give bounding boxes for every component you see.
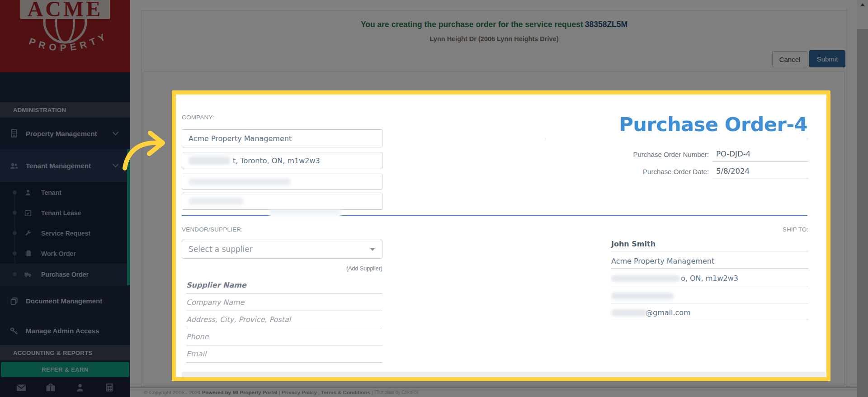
footer-separator: |: [277, 390, 281, 395]
sidebar-item-label: Document Management: [26, 297, 102, 305]
ship-to-address-field[interactable]: o, ON, m1w2w3: [611, 271, 808, 286]
redacted-company-email: [189, 178, 291, 185]
mail-icon[interactable]: [16, 383, 26, 392]
select-caret-icon: [370, 248, 375, 251]
timeline-dot: [13, 231, 17, 235]
tenant-management-submenu: Tenant Tenant Lease Service Request: [0, 182, 127, 285]
section-header-accounting-reports: ACCOUNTING & REPORTS: [0, 345, 130, 360]
field-placeholder: Address, City, Provice, Postal: [186, 315, 291, 324]
creating-po-message: You are creating the purchase order for …: [141, 20, 847, 29]
service-request-id[interactable]: 38358ZL5M: [583, 20, 627, 29]
footer: © Copyright 2016 - 2024 Powered by MI Pr…: [130, 387, 857, 397]
redacted-company-street: [189, 156, 230, 165]
sidebar-item-property-management[interactable]: Property Management: [0, 118, 130, 149]
refer-and-earn-button[interactable]: REFER & EARN: [1, 362, 129, 377]
company-name-value: Acme Property Management: [189, 134, 292, 143]
field-placeholder: Phone: [186, 332, 209, 341]
terms-link[interactable]: Terms & Conditions: [321, 390, 370, 395]
privacy-policy-link[interactable]: Privacy Policy: [282, 390, 317, 395]
template-credit: (Template by Colorlib): [374, 390, 418, 395]
sidebar-footer-icons: [0, 378, 130, 397]
ship-to-name-field[interactable]: John Smith: [611, 237, 808, 251]
po-title-underline: [545, 139, 808, 139]
sidebar-item-purchase-order[interactable]: Purchase Order: [0, 264, 127, 285]
supplier-name-field[interactable]: Supplier Name: [186, 277, 382, 294]
redacted-company-phone: [189, 198, 244, 205]
sidebar-item-label: Property Management: [26, 130, 97, 137]
creating-po-text: You are creating the purchase order for …: [361, 20, 583, 29]
ship-to-section-label: SHIP TO:: [678, 226, 808, 233]
ship-to-name: John Smith: [611, 240, 656, 248]
sidebar-item-document-management[interactable]: Document Management: [0, 285, 130, 317]
calculator-icon[interactable]: [104, 383, 114, 392]
sidebar-item-label: Tenant Lease: [41, 209, 81, 217]
timeline-dot: [13, 272, 17, 276]
ship-to-address: o, ON, m1w2w3: [681, 274, 738, 283]
scrollbar-thumb[interactable]: [857, 9, 868, 29]
redacted-ship-email: [611, 309, 647, 316]
supplier-phone-field[interactable]: Phone: [186, 328, 382, 345]
submit-button[interactable]: Submit: [809, 50, 845, 67]
key-icon: [9, 326, 19, 336]
logo-brand-text: ACME: [28, 0, 103, 21]
company-address-input[interactable]: t, Toronto, ON, m1w2w3: [182, 152, 382, 169]
company-phone-input[interactable]: [182, 193, 382, 210]
documents-icon: [9, 297, 19, 306]
scroll-up-icon: [860, 3, 865, 6]
sidebar-item-label: Service Request: [41, 230, 90, 237]
sidebar-item-work-order[interactable]: Work Order: [0, 243, 127, 264]
po-number-row: Purchase Order Number: PO-DJD-4: [542, 150, 808, 158]
sidebar-item-service-request[interactable]: Service Request: [0, 223, 127, 243]
ship-to-email-field[interactable]: @gmail.com: [611, 306, 808, 320]
sidebar-item-tenant[interactable]: Tenant: [0, 182, 127, 203]
work-order-document-icon: [24, 250, 32, 258]
ship-to-phone-field[interactable]: [611, 288, 808, 303]
property-address-line: Lynn Height Dr (2006 Lynn Heights Drive): [141, 35, 847, 43]
po-date-value[interactable]: 5/8/2024: [709, 167, 750, 175]
powered-by-text: Powered by MI Property Portal: [202, 390, 278, 395]
copyright-text: © Copyright 2016 - 2024: [144, 390, 202, 395]
po-number-value[interactable]: PO-DJD-4: [709, 150, 750, 158]
ship-to-company-field[interactable]: Acme Property Management: [611, 254, 808, 269]
supplier-select[interactable]: Select a supplier: [182, 240, 382, 259]
field-placeholder: Supplier Name: [186, 281, 246, 289]
po-number-underline: [712, 161, 808, 162]
add-supplier-link[interactable]: (Add Supplier): [182, 265, 382, 272]
calendar-check-icon: [24, 209, 32, 217]
sidebar-item-manage-admin-access[interactable]: Manage Admin Access: [0, 317, 130, 345]
sidebar-item-tenant-lease[interactable]: Tenant Lease: [0, 203, 127, 223]
ship-to-company: Acme Property Management: [611, 257, 714, 265]
truck-icon: [24, 270, 32, 279]
footer-separator: |: [317, 390, 321, 395]
vertical-scrollbar[interactable]: [857, 0, 868, 397]
acme-logo-graphic: ACME PROPERTY: [0, 0, 130, 72]
acme-logo[interactable]: ACME PROPERTY: [0, 0, 130, 72]
po-number-label: Purchase Order Number:: [542, 150, 709, 158]
person-icon[interactable]: [75, 383, 85, 392]
supplier-select-placeholder: Select a supplier: [189, 245, 253, 254]
company-name-input[interactable]: Acme Property Management: [182, 129, 382, 147]
supplier-company-field[interactable]: Company Name: [186, 294, 382, 311]
po-date-row: Purchase Order Date: 5/8/2024: [542, 167, 808, 175]
cancel-button[interactable]: Cancel: [772, 51, 807, 67]
briefcase-icon[interactable]: [46, 383, 56, 392]
chevron-down-icon: [113, 132, 118, 136]
field-placeholder: Email: [186, 350, 206, 358]
sidebar-item-label: Manage Admin Access: [26, 327, 99, 335]
supplier-address-field[interactable]: Address, City, Provice, Postal: [186, 311, 382, 328]
items-table-header: [182, 372, 826, 378]
sidebar-item-label: Tenant: [41, 189, 61, 196]
app-window: ACME PROPERTY ADMINISTRATION Property Ma…: [0, 0, 868, 397]
sidebar-item-tenant-management[interactable]: Tenant Management: [0, 149, 130, 182]
po-date-label: Purchase Order Date:: [542, 167, 709, 175]
po-title: Purchase Order-4: [542, 113, 807, 136]
company-section-label: COMPANY:: [182, 114, 214, 121]
company-email-input[interactable]: [182, 174, 382, 190]
chevron-down-icon: [113, 164, 118, 168]
timeline-dot: [13, 211, 17, 215]
supplier-email-field[interactable]: Email: [186, 345, 382, 363]
sidebar-item-label: Purchase Order: [41, 271, 89, 278]
active-group-indicator: [127, 149, 130, 285]
scroll-up-button[interactable]: [857, 0, 868, 9]
company-address-value: t, Toronto, ON, m1w2w3: [233, 156, 320, 165]
